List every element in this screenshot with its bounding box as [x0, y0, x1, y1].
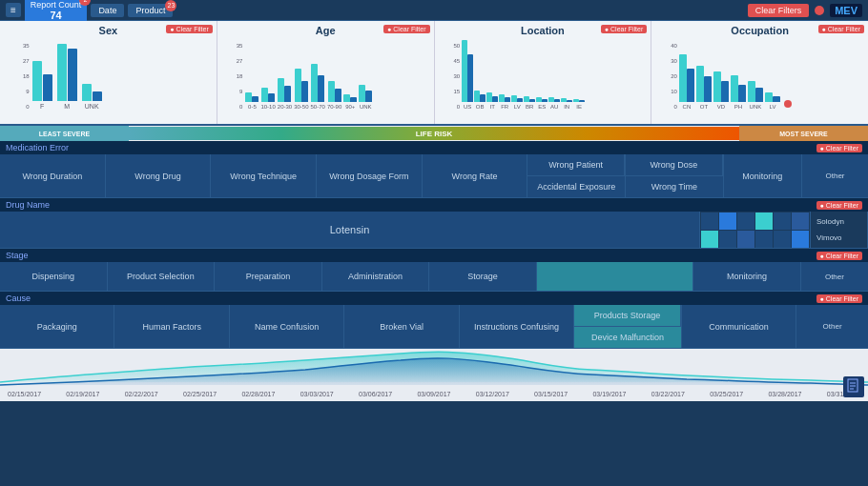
cause-label: Cause — [6, 294, 31, 303]
loc-bar-in[interactable]: IN — [561, 98, 572, 110]
drug-lotensin[interactable]: Lotensin — [0, 212, 700, 248]
timeline-labels: 02/15/2017 02/19/2017 02/22/2017 02/25/2… — [0, 389, 868, 399]
medication-error-clear-filter[interactable]: ● Clear Filter — [816, 144, 862, 152]
tile-human-factors[interactable]: Human Factors — [114, 305, 229, 348]
tile-monitoring[interactable]: Monitoring — [724, 154, 801, 197]
tile-other-medication[interactable]: Other — [802, 154, 868, 197]
age-bar-unk[interactable]: UNK — [359, 85, 372, 110]
stage-body: Dispensing Product Selection Preparation… — [0, 262, 868, 291]
loc-bar-ob[interactable]: OB — [474, 91, 486, 110]
stage-clear-filter[interactable]: ● Clear Filter — [816, 252, 862, 260]
drug-cell-7[interactable] — [701, 231, 718, 248]
loc-bar-es[interactable]: ES — [536, 97, 548, 110]
date-label-10: 03/15/2017 — [534, 391, 568, 397]
occ-bar-ph[interactable]: PH — [731, 75, 746, 110]
hamburger-button[interactable]: ≡ — [6, 3, 21, 17]
age-bar-1010[interactable]: 10-10 — [260, 88, 275, 110]
clear-filters-button[interactable]: Clear Filters — [748, 4, 810, 17]
age-bar-05[interactable]: 0-5 — [245, 92, 258, 110]
drug-cell-3[interactable] — [737, 213, 754, 230]
sex-bar-f-blue — [43, 74, 52, 101]
tile-wrong-time[interactable]: Wrong Time — [626, 176, 723, 197]
date-button[interactable]: Date — [91, 4, 124, 17]
occ-bar-cn[interactable]: CN — [679, 54, 694, 110]
drug-cell-11[interactable] — [774, 231, 791, 248]
severity-most-label: MOST SEVERE — [739, 126, 868, 141]
age-chart-panel: Age ● Clear Filter 35271890 0-5 10-10 — [217, 21, 435, 124]
age-clear-filter[interactable]: ● Clear Filter — [383, 25, 429, 33]
loc-bar-fr[interactable]: FR — [499, 94, 510, 110]
sex-bar-f[interactable]: F — [32, 61, 52, 110]
tile-wrong-dose[interactable]: Wrong Dose — [626, 154, 723, 176]
tile-preparation[interactable]: Preparation — [215, 262, 322, 291]
top-bar-left: ≡ Report Count 74 2 Date Product 23 — [6, 0, 173, 23]
cause-clear-filter[interactable]: ● Clear Filter — [816, 294, 862, 303]
loc-bar-us[interactable]: US — [462, 40, 473, 110]
tile-wrong-drug[interactable]: Wrong Drug — [106, 154, 212, 197]
occupation-clear-filter[interactable]: ● Clear Filter — [818, 25, 864, 33]
date-label-13: 03/25/2017 — [710, 391, 743, 397]
occ-dot — [784, 100, 792, 108]
drug-cell-12[interactable] — [792, 231, 809, 248]
drug-cell-5[interactable] — [774, 213, 791, 230]
occ-bar-ot[interactable]: OT — [696, 66, 712, 110]
tile-accidental-exposure[interactable]: Accidental Exposure — [527, 176, 625, 197]
tile-wrong-technique[interactable]: Wrong Technique — [211, 154, 317, 197]
location-clear-filter[interactable]: ● Clear Filter — [601, 25, 647, 33]
sex-clear-filter[interactable]: ● Clear Filter — [166, 25, 212, 33]
tile-storage[interactable]: Storage — [429, 262, 537, 291]
sex-bar-unk[interactable]: UNK — [82, 84, 102, 110]
occ-bar-lv[interactable]: LV — [765, 92, 780, 110]
tile-dispensing[interactable]: Dispensing — [0, 262, 108, 291]
drug-cell-8[interactable] — [719, 231, 736, 248]
drug-name-clear-filter[interactable]: ● Clear Filter — [816, 201, 862, 210]
loc-bar-br[interactable]: BR — [524, 96, 535, 110]
loc-bar-ie[interactable]: IE — [573, 99, 585, 110]
tile-products-storage[interactable]: Products Storage — [574, 305, 680, 327]
date-label-4: 02/25/2017 — [183, 391, 217, 397]
drug-cell-6[interactable] — [792, 213, 809, 230]
tile-wrong-dosage-form[interactable]: Wrong Dosage Form — [317, 154, 423, 197]
timeline-doc-icon[interactable] — [843, 376, 864, 397]
age-bar-90plus[interactable]: 90+ — [343, 94, 357, 110]
tile-cause-other[interactable]: Other — [796, 305, 868, 348]
mev-logo: MEV — [830, 4, 862, 17]
tile-stage-other[interactable]: Other — [801, 262, 868, 291]
tile-communication[interactable]: Communication — [682, 305, 796, 348]
drug-cell-2[interactable] — [719, 213, 736, 230]
tile-product-selection[interactable]: Product Selection — [108, 262, 216, 291]
medication-error-label: Medication Error — [6, 143, 69, 152]
occ-bar-md[interactable]: VD — [713, 71, 729, 110]
age-bar-2030[interactable]: 20-30 — [278, 78, 292, 110]
tile-administration[interactable]: Administration — [322, 262, 430, 291]
tile-wrong-rate[interactable]: Wrong Rate — [423, 154, 528, 197]
sex-bar-m[interactable]: M — [57, 44, 77, 110]
date-label-8: 03/09/2017 — [417, 391, 450, 397]
drug-name-section: Drug Name ● Clear Filter Lotensin Solody… — [0, 198, 868, 249]
sex-bar-f-teal — [32, 61, 42, 101]
tile-instructions-confusing[interactable]: Instructions Confusing — [460, 305, 574, 348]
occ-bar-unk[interactable]: UNK — [748, 81, 763, 110]
loc-bar-au[interactable]: AU — [548, 97, 560, 110]
tile-stage-monitoring[interactable]: Monitoring — [693, 262, 801, 291]
report-count-button[interactable]: Report Count 74 2 — [25, 0, 88, 23]
tile-wrong-patient[interactable]: Wrong Patient — [527, 154, 625, 176]
drug-solodyn[interactable]: Solodyn — [816, 217, 861, 226]
drug-cell-4[interactable] — [755, 213, 773, 230]
tile-wrong-duration[interactable]: Wrong Duration — [0, 154, 106, 197]
drug-cell-9[interactable] — [737, 231, 754, 248]
age-bar-3050[interactable]: 30-50 — [294, 69, 308, 110]
drug-cell-1[interactable] — [701, 213, 718, 230]
tile-broken-vial[interactable]: Broken Vial — [344, 305, 459, 348]
tile-device-malfunction[interactable]: Device Malfunction — [574, 327, 680, 348]
age-bar-5070[interactable]: 50-70 — [311, 64, 325, 110]
age-bar-7090[interactable]: 70-90 — [327, 81, 341, 110]
loc-bar-it[interactable]: IT — [486, 92, 498, 110]
top-bar-right: Clear Filters MEV — [748, 4, 862, 17]
loc-bar-lv[interactable]: LV — [511, 95, 523, 110]
drug-cell-10[interactable] — [755, 231, 773, 248]
tile-packaging[interactable]: Packaging — [0, 305, 114, 348]
drug-vimovo[interactable]: Vimovo — [816, 233, 861, 242]
medication-error-section: Medication Error ● Clear Filter Wrong Du… — [0, 141, 868, 198]
tile-name-confusion[interactable]: Name Confusion — [230, 305, 344, 348]
